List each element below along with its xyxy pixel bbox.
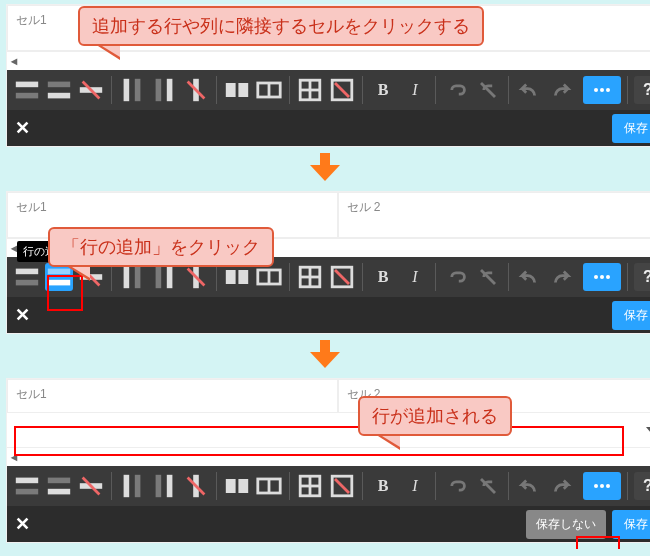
svg-rect-8 [156, 79, 162, 101]
dropdown-icon[interactable] [646, 427, 650, 433]
svg-rect-31 [135, 266, 141, 288]
merge-cells-button[interactable] [223, 76, 251, 104]
bold-button[interactable]: B [369, 472, 397, 500]
callout-step2: 「行の追加」をクリック [48, 227, 274, 267]
table-cell-1[interactable]: セル1 [7, 379, 338, 413]
svg-line-68 [335, 479, 349, 493]
svg-rect-25 [16, 280, 38, 286]
svg-rect-36 [226, 270, 236, 284]
svg-rect-48 [16, 478, 38, 484]
editor-panel: セル1 セル 2 ◂▸ B I ? ✕ 保存しない 保存 [6, 378, 650, 543]
link-button[interactable] [442, 263, 470, 291]
save-button[interactable]: 保存 [612, 510, 650, 539]
svg-rect-24 [16, 269, 38, 275]
callout-step1: 追加する行や列に隣接するセルをクリックする [78, 6, 484, 46]
svg-rect-60 [226, 479, 236, 493]
horizontal-scrollbar[interactable]: ◂▸ [7, 447, 650, 466]
save-button[interactable]: 保存 [612, 301, 650, 330]
split-cells-button[interactable] [255, 472, 283, 500]
col-delete-button[interactable] [182, 263, 210, 291]
svg-rect-55 [135, 475, 141, 497]
callout-step3: 行が追加される [358, 396, 512, 436]
table-delete-button[interactable] [328, 472, 356, 500]
link-button[interactable] [442, 472, 470, 500]
more-button[interactable] [583, 263, 621, 291]
table-delete-button[interactable] [328, 263, 356, 291]
row-insert-before-button[interactable] [13, 76, 41, 104]
svg-rect-26 [48, 269, 70, 275]
svg-rect-3 [48, 93, 70, 99]
table-toolbar: B I ? [7, 466, 650, 506]
help-button[interactable]: ? [634, 76, 650, 104]
undo-button[interactable] [515, 472, 543, 500]
col-insert-after-button[interactable] [150, 76, 178, 104]
new-row[interactable] [13, 417, 650, 443]
split-cells-button[interactable] [255, 76, 283, 104]
svg-line-44 [335, 270, 349, 284]
redo-button[interactable] [547, 472, 575, 500]
table-delete-button[interactable] [328, 76, 356, 104]
undo-button[interactable] [515, 76, 543, 104]
nosave-button[interactable]: 保存しない [526, 510, 606, 539]
row-insert-before-button[interactable] [13, 472, 41, 500]
close-button[interactable]: ✕ [15, 119, 30, 137]
svg-rect-32 [156, 266, 162, 288]
svg-rect-49 [16, 489, 38, 495]
row-delete-button[interactable] [77, 472, 105, 500]
col-insert-before-button[interactable] [118, 76, 146, 104]
svg-rect-33 [167, 266, 173, 288]
row-delete-button[interactable] [77, 76, 105, 104]
split-cells-button[interactable] [255, 263, 283, 291]
merge-cells-button[interactable] [223, 263, 251, 291]
unlink-button[interactable] [474, 472, 502, 500]
table-insert-button[interactable] [296, 76, 324, 104]
svg-rect-6 [124, 79, 130, 101]
arrow-down-icon [0, 153, 650, 181]
merge-cells-button[interactable] [223, 472, 251, 500]
svg-rect-13 [238, 83, 248, 97]
redo-button[interactable] [547, 76, 575, 104]
table-cell-2[interactable]: セル 2 [338, 192, 651, 238]
italic-button[interactable]: I [401, 472, 429, 500]
svg-line-20 [335, 83, 349, 97]
col-insert-before-button[interactable] [118, 263, 146, 291]
italic-button[interactable]: I [401, 76, 429, 104]
svg-rect-37 [238, 270, 248, 284]
row-insert-before-button[interactable] [13, 263, 41, 291]
row-insert-after-button[interactable] [45, 76, 73, 104]
save-button[interactable]: 保存 [612, 114, 650, 143]
italic-button[interactable]: I [401, 263, 429, 291]
svg-rect-27 [48, 280, 70, 286]
svg-rect-54 [124, 475, 130, 497]
table-toolbar: B I ? [7, 70, 650, 110]
svg-rect-12 [226, 83, 236, 97]
svg-rect-51 [48, 489, 70, 495]
close-button[interactable]: ✕ [15, 515, 30, 533]
redo-button[interactable] [547, 263, 575, 291]
table-insert-button[interactable] [296, 263, 324, 291]
svg-rect-9 [167, 79, 173, 101]
svg-rect-1 [16, 93, 38, 99]
col-insert-after-button[interactable] [150, 263, 178, 291]
svg-rect-2 [48, 82, 70, 88]
col-delete-button[interactable] [182, 472, 210, 500]
help-button[interactable]: ? [634, 263, 650, 291]
more-button[interactable] [583, 76, 621, 104]
arrow-down-icon [0, 340, 650, 368]
col-insert-after-button[interactable] [150, 472, 178, 500]
bold-button[interactable]: B [369, 76, 397, 104]
bold-button[interactable]: B [369, 263, 397, 291]
unlink-button[interactable] [474, 263, 502, 291]
more-button[interactable] [583, 472, 621, 500]
col-delete-button[interactable] [182, 76, 210, 104]
undo-button[interactable] [515, 263, 543, 291]
table-insert-button[interactable] [296, 472, 324, 500]
svg-rect-7 [135, 79, 141, 101]
help-button[interactable]: ? [634, 472, 650, 500]
link-button[interactable] [442, 76, 470, 104]
col-insert-before-button[interactable] [118, 472, 146, 500]
row-insert-after-button[interactable] [45, 472, 73, 500]
close-button[interactable]: ✕ [15, 306, 30, 324]
svg-rect-56 [156, 475, 162, 497]
unlink-button[interactable] [474, 76, 502, 104]
